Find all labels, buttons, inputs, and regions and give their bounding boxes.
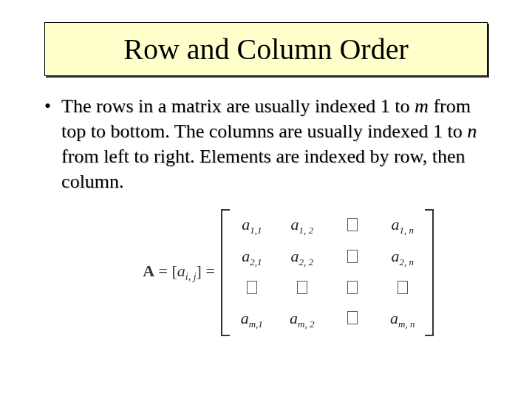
cell-base: a <box>291 247 299 265</box>
matrix-cell: a2, 2 <box>287 247 317 268</box>
sym-a: a <box>177 262 185 280</box>
cell-base: a <box>390 309 398 327</box>
formula-lhs: A = [ai, j] = <box>143 262 215 283</box>
title-box: Row and Column Order <box>44 22 488 76</box>
cell-sub: 1,1 <box>250 225 262 236</box>
eq1: = [ <box>154 262 177 280</box>
bracket-right-icon <box>425 209 434 336</box>
cell-sub: 1, n <box>400 225 415 236</box>
var-n: n <box>467 120 477 142</box>
matrix-formula: A = [ai, j] = a1,1 a1, 2 a1, n a2,1 a2, … <box>30 209 502 336</box>
matrix-cell: a1, n <box>388 215 417 236</box>
slide: Row and Column Order • The rows in a mat… <box>0 0 532 399</box>
bullet-dot-icon: • <box>44 94 51 119</box>
matrix-cell <box>237 279 267 299</box>
matrix-cell: a2,1 <box>237 247 267 268</box>
cell-sub: 2,1 <box>250 257 262 268</box>
var-m: m <box>415 95 429 117</box>
sub-ij: i, j <box>185 272 197 283</box>
cell-sub: m,1 <box>249 318 263 330</box>
placeholder-icon <box>347 218 358 231</box>
cell-sub: m, 2 <box>298 318 314 330</box>
matrix-cell: a2, n <box>388 247 417 268</box>
cell-base: a <box>290 309 298 327</box>
bullet-item: • The rows in a matrix are usually index… <box>30 94 502 194</box>
placeholder-icon <box>247 281 257 294</box>
matrix-cell: a1, 2 <box>287 215 317 236</box>
cell-base: a <box>242 247 250 265</box>
matrix-cell <box>388 279 417 299</box>
cell-sub: 2, n <box>400 257 415 268</box>
cell-sub: m, n <box>398 318 415 330</box>
matrix-cell <box>338 248 367 267</box>
placeholder-icon <box>347 311 358 324</box>
placeholder-icon <box>398 281 408 294</box>
matrix-cell <box>287 279 317 299</box>
page-title: Row and Column Order <box>60 32 472 66</box>
eq2: ] = <box>197 262 215 280</box>
cell-base: a <box>242 215 250 233</box>
matrix-cell <box>338 216 367 236</box>
cell-sub: 1, 2 <box>299 225 314 236</box>
matrix: a1,1 a1, 2 a1, n a2,1 a2, 2 a2, n am,1 a… <box>221 209 434 336</box>
matrix-cell: a1,1 <box>237 215 267 236</box>
matrix-cell: am,1 <box>237 309 267 330</box>
matrix-cell <box>338 279 367 299</box>
bullet-pre: The rows in a matrix are usually indexed… <box>61 95 415 117</box>
bracket-left-icon <box>221 209 230 336</box>
matrix-grid: a1,1 a1, 2 a1, n a2,1 a2, 2 a2, n am,1 a… <box>230 209 425 336</box>
matrix-cell: am, n <box>388 309 417 330</box>
placeholder-icon <box>347 281 358 294</box>
matrix-cell <box>338 310 367 329</box>
cell-sub: 2, 2 <box>299 257 314 268</box>
placeholder-icon <box>347 250 358 263</box>
sym-A: A <box>143 262 154 280</box>
cell-base: a <box>392 215 400 233</box>
placeholder-icon <box>297 281 307 294</box>
cell-base: a <box>392 247 400 265</box>
cell-base: a <box>241 309 249 327</box>
matrix-cell: am, 2 <box>287 309 317 330</box>
cell-base: a <box>291 215 299 233</box>
bullet-text: The rows in a matrix are usually indexed… <box>61 94 488 194</box>
bullet-post: from left to right. Elements are indexed… <box>61 146 465 192</box>
